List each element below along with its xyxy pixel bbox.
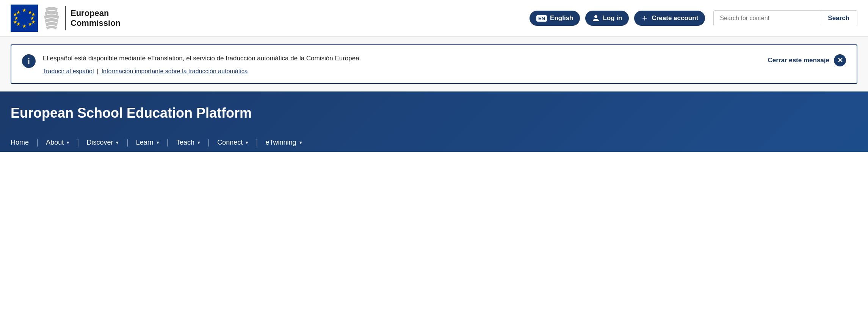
- plus-icon: [641, 14, 649, 22]
- notification-content: El español está disponible mediante eTra…: [42, 54, 761, 75]
- login-button[interactable]: Log in: [585, 11, 629, 26]
- nav-item-label: eTwinning: [265, 139, 296, 147]
- notification-box: i El español está disponible mediante eT…: [11, 44, 857, 84]
- nav-divider: |: [166, 138, 169, 147]
- lang-label: English: [550, 14, 573, 22]
- close-x-icon: ✕: [837, 56, 843, 65]
- nav-item-label: Discover: [86, 139, 113, 147]
- chevron-down-icon: ▾: [116, 140, 119, 145]
- nav-divider: |: [76, 138, 80, 147]
- nav-item-label: About: [46, 139, 64, 147]
- blue-section: European School Education Platform Home|…: [0, 91, 868, 152]
- nav-item-home[interactable]: Home: [11, 133, 36, 152]
- create-account-button[interactable]: Create account: [634, 11, 705, 26]
- chevron-down-icon: ▾: [67, 140, 69, 145]
- nav-item-learn[interactable]: Learn▾: [129, 133, 166, 152]
- nav-divider: |: [125, 138, 129, 147]
- close-area: Cerrar este mensaje ✕: [768, 54, 846, 66]
- search-area: Search: [713, 10, 857, 26]
- info-link[interactable]: Información importante sobre la traducci…: [102, 68, 248, 75]
- main-nav: Home|About▾|Discover▾|Learn▾|Teach▾|Conn…: [11, 133, 857, 152]
- nav-item-connect[interactable]: Connect▾: [210, 133, 255, 152]
- chevron-down-icon: ▾: [157, 140, 159, 145]
- eu-flag-icon: [11, 5, 38, 32]
- header: European Commission EN English Log in Cr…: [0, 0, 868, 37]
- logo-divider: [65, 6, 66, 30]
- notification-text: El español está disponible mediante eTra…: [42, 54, 761, 63]
- nav-divider: |: [36, 138, 39, 147]
- nav-item-label: Connect: [217, 139, 243, 147]
- nav-item-about[interactable]: About▾: [39, 133, 76, 152]
- login-icon: [592, 14, 600, 22]
- language-button[interactable]: EN English: [530, 11, 580, 26]
- link-separator: |: [97, 68, 98, 75]
- info-icon: i: [22, 54, 36, 68]
- platform-title: European School Education Platform: [11, 105, 857, 121]
- lang-badge: EN: [536, 15, 547, 22]
- nav-item-label: Learn: [136, 139, 154, 147]
- create-account-label: Create account: [652, 14, 698, 22]
- close-button[interactable]: ✕: [834, 54, 846, 66]
- notification-links: Traducir al español | Información import…: [42, 68, 761, 75]
- translate-link[interactable]: Traducir al español: [42, 68, 94, 75]
- logo-text: European Commission: [71, 8, 121, 28]
- notification-area: i El español está disponible mediante eT…: [0, 37, 868, 91]
- close-message-label[interactable]: Cerrar este mensaje: [768, 57, 829, 64]
- login-label: Log in: [603, 14, 622, 22]
- nav-item-label: Home: [11, 139, 29, 147]
- nav-divider: |: [207, 138, 210, 147]
- chevron-down-icon: ▾: [299, 140, 302, 145]
- chevron-down-icon: ▾: [197, 140, 200, 145]
- nav-item-label: Teach: [176, 139, 194, 147]
- search-input[interactable]: [714, 11, 820, 26]
- nav-item-teach[interactable]: Teach▾: [169, 133, 207, 152]
- search-button[interactable]: Search: [820, 11, 857, 26]
- chevron-down-icon: ▾: [246, 140, 248, 145]
- header-nav: EN English Log in Create account Search: [530, 10, 857, 26]
- nav-item-discover[interactable]: Discover▾: [80, 133, 125, 152]
- nav-divider: |: [255, 138, 259, 147]
- ec-emblem-icon: [42, 5, 61, 32]
- nav-item-etwinning[interactable]: eTwinning▾: [259, 133, 309, 152]
- logo-area: European Commission: [11, 5, 121, 32]
